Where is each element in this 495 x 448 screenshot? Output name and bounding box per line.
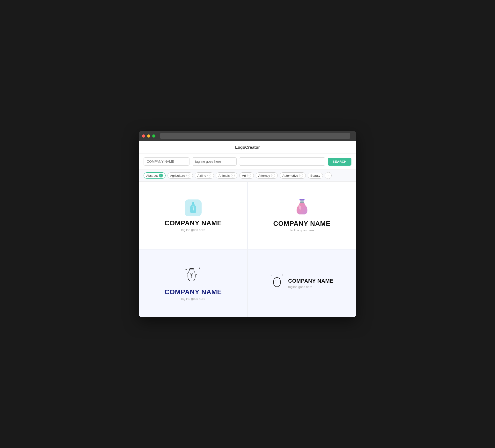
filter-check-automotive: ✓	[299, 174, 303, 178]
filter-bar: Abstract ✓ Agriculture ✓ Airline ✓ Anima…	[139, 170, 356, 182]
logo2-company: COMPANY NAME	[273, 220, 331, 227]
company-name-input[interactable]	[144, 157, 190, 166]
logo4-inline-layout: ✦ ✦ COMPANY NAME tagline goes here	[270, 273, 333, 293]
filter-check-animals: ✓	[231, 174, 235, 178]
filter-label-abstract: Abstract	[146, 174, 158, 178]
svg-point-12	[187, 273, 188, 273]
filter-chip-art[interactable]: Art ✓	[239, 172, 254, 179]
traffic-light-green[interactable]	[152, 134, 155, 138]
search-bar: SEARCH	[139, 154, 356, 170]
filter-chip-airline[interactable]: Airline ✓	[195, 172, 214, 179]
browser-body: LogoCreator SEARCH Abstract ✓ Agricultur…	[139, 141, 356, 317]
logo1-company: COMPANY NAME	[165, 219, 222, 227]
svg-rect-0	[192, 202, 194, 204]
logo-card-3[interactable]: ✦ ✦ ✦	[139, 249, 248, 317]
potion-icon	[294, 199, 310, 217]
tagline-input[interactable]	[192, 157, 237, 166]
logo-grid: COMPANY NAME tagline goes here	[139, 182, 356, 317]
filter-check-airline: ✓	[207, 174, 211, 178]
svg-point-13	[196, 274, 197, 275]
search-button[interactable]: SEARCH	[328, 158, 351, 166]
filter-chip-agriculture[interactable]: Agriculture ✓	[167, 172, 193, 179]
logo2-tagline: tagline goes here	[290, 228, 314, 232]
filter-chip-attorney[interactable]: Attorney ✓	[256, 172, 278, 179]
traffic-light-yellow[interactable]	[147, 134, 150, 138]
filter-label-animals: Animals	[219, 174, 230, 178]
logo-icon-2	[294, 199, 310, 217]
logo4-company: COMPANY NAME	[288, 278, 333, 284]
filter-label-art: Art	[242, 174, 246, 178]
svg-text:✦: ✦	[199, 267, 200, 269]
filter-label-airline: Airline	[197, 174, 206, 178]
svg-text:✦: ✦	[282, 274, 283, 276]
extra-input[interactable]	[239, 157, 325, 166]
filter-chip-automotive[interactable]: Automotive ✓	[280, 172, 306, 179]
browser-window: LogoCreator SEARCH Abstract ✓ Agricultur…	[139, 131, 356, 317]
filter-chip-animals[interactable]: Animals ✓	[216, 172, 237, 179]
svg-text:✦: ✦	[270, 275, 272, 277]
filter-next-button[interactable]: →	[325, 172, 332, 179]
svg-rect-7	[301, 199, 303, 200]
filter-chip-beauty[interactable]: Beauty	[308, 173, 323, 179]
logo-icon-4: ✦ ✦	[270, 273, 285, 290]
filter-check-art: ✓	[247, 174, 251, 178]
logo3-tagline: tagline goes here	[181, 297, 205, 301]
filter-label-beauty: Beauty	[310, 174, 320, 178]
filter-label-agriculture: Agriculture	[170, 174, 185, 178]
logo-card-1[interactable]: COMPANY NAME tagline goes here	[139, 182, 248, 249]
filter-check-abstract: ✓	[159, 174, 163, 178]
svg-rect-2	[192, 207, 194, 207]
bottle-teal-icon	[185, 199, 202, 216]
logo-card-2[interactable]: COMPANY NAME tagline goes here	[248, 182, 356, 249]
browser-url-bar[interactable]	[160, 133, 350, 139]
logo-icon-1	[185, 199, 202, 216]
svg-text:✦: ✦	[185, 268, 187, 271]
svg-rect-1	[193, 207, 193, 210]
svg-rect-4	[300, 202, 304, 203]
logo4-tagline: tagline goes here	[288, 285, 333, 289]
browser-titlebar	[139, 131, 356, 141]
filter-check-agriculture: ✓	[186, 174, 190, 178]
filter-check-attorney: ✓	[271, 174, 275, 178]
logo1-tagline: tagline goes here	[181, 228, 205, 232]
traffic-light-red[interactable]	[142, 134, 145, 138]
logo4-text-block: COMPANY NAME tagline goes here	[288, 278, 333, 289]
logo-icon-3: ✦ ✦ ✦	[185, 266, 202, 285]
filter-label-attorney: Attorney	[258, 174, 270, 178]
spa-bottle-icon: ✦ ✦ ✦	[185, 266, 202, 285]
filter-chip-abstract[interactable]: Abstract ✓	[144, 172, 165, 179]
filter-label-automotive: Automotive	[282, 174, 298, 178]
svg-text:✦: ✦	[196, 271, 198, 273]
nail-icon: ✦ ✦	[270, 273, 285, 290]
app-header: LogoCreator	[139, 141, 356, 154]
logo-card-4[interactable]: ✦ ✦ COMPANY NAME tagline goes here	[248, 249, 356, 317]
logo3-company: COMPANY NAME	[165, 288, 222, 296]
app-title: LogoCreator	[235, 145, 260, 150]
svg-rect-17	[274, 278, 280, 287]
